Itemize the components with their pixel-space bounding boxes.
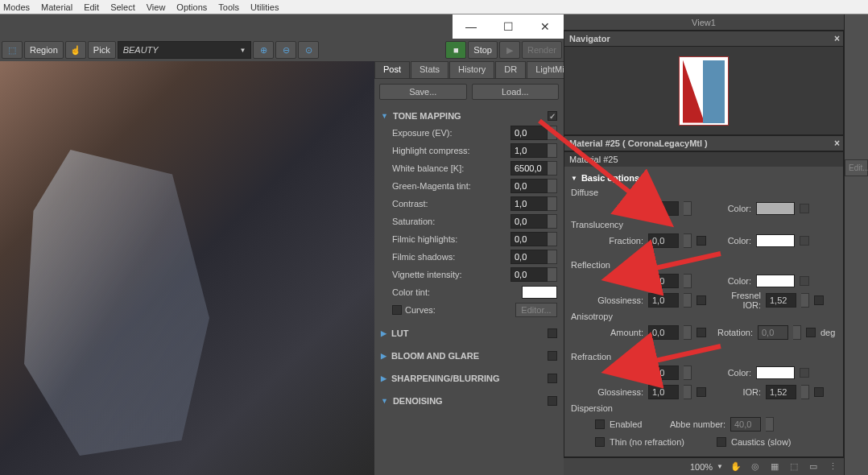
minimize-button[interactable]: —: [453, 14, 490, 39]
close-button[interactable]: ✕: [527, 14, 564, 39]
highlight-input[interactable]: 1,0: [510, 143, 548, 158]
play-icon[interactable]: ▶: [499, 41, 520, 59]
contrast-input[interactable]: 1,0: [510, 196, 548, 211]
contrast-spinner[interactable]: [548, 196, 557, 211]
vig-input[interactable]: 0,0: [510, 267, 548, 282]
sharp-header[interactable]: ▶SHARPENING/BLURRING: [381, 370, 557, 386]
trans-map-slot[interactable]: [800, 236, 809, 246]
render-button[interactable]: Render: [522, 41, 562, 59]
menu-view[interactable]: View: [147, 2, 166, 12]
pick-button[interactable]: Pick: [88, 41, 116, 59]
pick-icon[interactable]: ☝: [65, 41, 86, 59]
vig-spinner[interactable]: [548, 267, 557, 282]
tone-mapping-toggle[interactable]: [548, 111, 557, 121]
refr-gloss-checkbox[interactable]: [696, 387, 706, 397]
render-element-dropdown[interactable]: BEAUTY: [118, 41, 252, 59]
zoom-in-icon[interactable]: ⊕: [253, 41, 274, 59]
layout-icon[interactable]: ▭: [807, 461, 820, 473]
bloom-toggle[interactable]: [548, 351, 557, 361]
refr-gloss-input[interactable]: 1,0: [648, 385, 679, 399]
diffuse-color-swatch[interactable]: [756, 202, 795, 215]
hand-icon[interactable]: ✋: [730, 461, 742, 473]
stop-icon[interactable]: ■: [445, 41, 466, 59]
menu-options[interactable]: Options: [176, 2, 207, 12]
aniso-amount-spinner[interactable]: [684, 325, 692, 340]
zoom-control[interactable]: 100%▼: [690, 462, 723, 472]
material-name-field[interactable]: Material #25: [564, 152, 843, 167]
fresnel-input[interactable]: 1,52: [766, 293, 796, 308]
refl-map-slot[interactable]: [800, 276, 809, 286]
exposure-input[interactable]: 0,0: [510, 126, 548, 140]
render-viewport[interactable]: [0, 61, 374, 475]
rotation-spinner[interactable]: [793, 325, 801, 340]
wb-spinner[interactable]: [548, 161, 557, 176]
gm-spinner[interactable]: [548, 179, 557, 193]
more-icon[interactable]: ⋮: [826, 461, 839, 473]
menu-modes[interactable]: Modes: [3, 2, 30, 12]
fs-spinner[interactable]: [548, 250, 557, 264]
refr-color-swatch[interactable]: [756, 366, 795, 379]
bloom-header[interactable]: ▶BLOOM AND GLARE: [381, 348, 557, 364]
region-button[interactable]: Region: [24, 41, 64, 59]
refr-level-input[interactable]: 1,0: [648, 366, 679, 380]
refr-level-spinner[interactable]: [684, 366, 692, 380]
menu-material[interactable]: Material: [41, 2, 72, 12]
refl-level-input[interactable]: 1,0: [648, 274, 679, 288]
load-button[interactable]: Load...: [472, 84, 560, 100]
ior-input[interactable]: 1,52: [766, 385, 796, 399]
fs-input[interactable]: 0,0: [510, 250, 548, 264]
ior-checkbox[interactable]: [814, 387, 824, 397]
menu-utilities[interactable]: Utilities: [250, 2, 279, 12]
denoise-toggle[interactable]: [548, 396, 557, 406]
target-icon[interactable]: ◎: [749, 461, 762, 473]
gm-input[interactable]: 0,0: [510, 179, 548, 193]
wb-input[interactable]: 6500,0: [510, 161, 548, 176]
navigator-close-icon[interactable]: ×: [834, 33, 840, 44]
view-header[interactable]: View1: [564, 14, 844, 31]
refl-gloss-spinner[interactable]: [684, 293, 692, 308]
denoise-header[interactable]: ▼DENOISING: [381, 393, 557, 409]
frame-icon[interactable]: ⬚: [787, 461, 800, 473]
tab-lightmix[interactable]: LightMix: [527, 61, 564, 78]
aniso-amount-input[interactable]: 0,0: [648, 325, 679, 340]
caustics-checkbox[interactable]: [717, 437, 726, 447]
material-close-icon[interactable]: ×: [834, 138, 840, 149]
tab-history[interactable]: History: [449, 61, 494, 78]
rotation-checkbox[interactable]: [806, 328, 816, 337]
edit-button[interactable]: Edit...: [845, 159, 868, 176]
zoom-out-icon[interactable]: ⊖: [275, 41, 296, 59]
sat-input[interactable]: 0,0: [510, 214, 548, 229]
refr-map-slot[interactable]: [800, 368, 809, 378]
abbe-input[interactable]: 40,0: [730, 417, 761, 432]
refl-gloss-checkbox[interactable]: [696, 295, 706, 305]
sharp-toggle[interactable]: [548, 374, 557, 383]
trans-fraction-input[interactable]: 0,0: [648, 233, 679, 248]
diffuse-level-spinner[interactable]: [684, 201, 692, 216]
maximize-button[interactable]: ☐: [490, 14, 527, 39]
fresnel-checkbox[interactable]: [814, 295, 824, 305]
highlight-spinner[interactable]: [548, 143, 557, 158]
menu-tools[interactable]: Tools: [218, 2, 239, 12]
save-button[interactable]: Save...: [379, 84, 467, 100]
fh-spinner[interactable]: [548, 232, 557, 246]
navigator-preview[interactable]: [564, 47, 844, 135]
tab-dr[interactable]: DR: [495, 61, 526, 78]
trans-color-swatch[interactable]: [756, 234, 795, 247]
fh-input[interactable]: 0,0: [510, 232, 548, 246]
diffuse-map-slot[interactable]: [800, 204, 809, 213]
region-icon[interactable]: ⬚: [2, 41, 23, 59]
grid-icon[interactable]: ▦: [768, 461, 781, 473]
lut-toggle[interactable]: [548, 328, 557, 338]
tab-post[interactable]: Post: [374, 61, 410, 78]
refr-gloss-spinner[interactable]: [684, 385, 692, 399]
zoom-fit-icon[interactable]: ⊙: [298, 41, 319, 59]
trans-fraction-spinner[interactable]: [684, 233, 692, 248]
aniso-checkbox[interactable]: [696, 328, 706, 337]
curves-checkbox[interactable]: [392, 305, 402, 315]
tone-mapping-header[interactable]: ▼ TONE MAPPING: [381, 108, 557, 124]
ior-spinner[interactable]: [801, 385, 809, 399]
menu-select[interactable]: Select: [110, 2, 135, 12]
thin-checkbox[interactable]: [595, 437, 605, 447]
trans-map-checkbox[interactable]: [696, 236, 706, 246]
fresnel-spinner[interactable]: [801, 293, 809, 308]
